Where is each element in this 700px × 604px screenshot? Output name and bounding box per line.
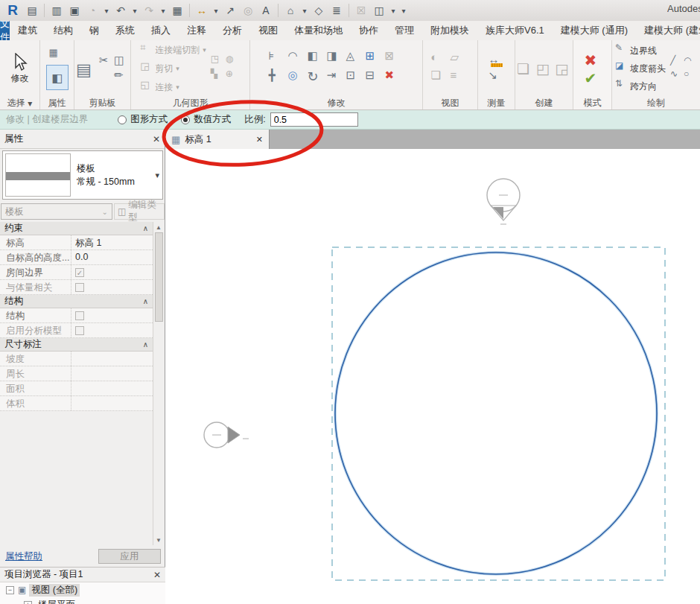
tree-item-floor-plans[interactable]: + 楼层平面: [0, 597, 165, 604]
scroll-up-icon[interactable]: ▲: [156, 222, 162, 232]
finish-sketch-button[interactable]: ✔: [585, 69, 601, 86]
apply-button[interactable]: 应用: [98, 549, 161, 564]
unjoin-icon[interactable]: ▚: [211, 69, 224, 82]
draw-spline-icon[interactable]: ∿: [670, 69, 684, 82]
array-icon[interactable]: ⊞: [366, 49, 382, 66]
cope-icon[interactable]: ◠: [288, 49, 305, 66]
properties-close-icon[interactable]: ✕: [153, 134, 160, 144]
elevation-marker-top[interactable]: [487, 179, 520, 224]
room-bounding-checkbox[interactable]: ✓: [75, 268, 84, 277]
radio-graphic-mode[interactable]: 图形方式: [118, 113, 168, 126]
create-group-icon[interactable]: ❏: [517, 60, 533, 77]
property-row[interactable]: 自标高的高度... 0.0: [0, 250, 153, 265]
measure-icon[interactable]: ↔: [194, 2, 210, 19]
span-direction-button[interactable]: ⇅ 跨方向: [615, 78, 666, 95]
pin-icon[interactable]: ⊡: [346, 69, 363, 85]
mirror-axis-icon[interactable]: ◨: [327, 49, 343, 66]
section-icon[interactable]: ◇: [311, 2, 327, 19]
collapse-box-icon[interactable]: −: [6, 586, 14, 594]
section-constraints[interactable]: 约束 ∧: [0, 222, 153, 235]
tab-addins[interactable]: 附加模块: [422, 21, 477, 40]
tab-massing-site[interactable]: 体量和场地: [286, 21, 351, 40]
tab-analyze[interactable]: 分析: [214, 21, 250, 40]
tab-insert[interactable]: 插入: [143, 21, 179, 40]
visibility-icon[interactable]: ◐: [431, 51, 448, 67]
redo-icon[interactable]: ↷: [141, 2, 157, 19]
split-icon[interactable]: ◬: [346, 49, 363, 66]
properties-scrollbar[interactable]: ▲ ▼: [153, 222, 164, 545]
create-assembly-icon[interactable]: ◲: [555, 60, 571, 77]
measure-between-refs-button[interactable]: ↔: [489, 53, 505, 67]
modify-tool-button[interactable]: 修改: [11, 53, 29, 85]
drawing-canvas[interactable]: [165, 149, 700, 604]
panel-select-label[interactable]: 选择 ▾: [0, 97, 39, 109]
property-row[interactable]: 与体量相关: [0, 280, 153, 295]
type-selector-dropdown-icon[interactable]: ▾: [155, 171, 159, 180]
join-geometry-button[interactable]: ◱ 连接 ▾: [140, 79, 206, 95]
copy-icon[interactable]: ◫: [114, 54, 129, 69]
edit-type-button[interactable]: ◫ 编辑类型: [114, 203, 165, 220]
undo-dropdown-icon[interactable]: ▾: [130, 2, 139, 19]
cut-icon[interactable]: ✂: [99, 54, 114, 69]
property-row[interactable]: 房间边界 ✓: [0, 265, 153, 280]
boundary-line-button[interactable]: ✎ 边界线: [615, 42, 666, 59]
property-row[interactable]: 周长: [0, 366, 153, 381]
tree-root-label[interactable]: 视图 (全部): [29, 584, 80, 597]
tab-modeling-master-arch[interactable]: 建模大师 (建筑): [636, 21, 700, 40]
type-selector[interactable]: 楼板 常规 - 150mm ▾: [2, 150, 163, 200]
cancel-sketch-button[interactable]: ✖: [585, 51, 601, 68]
create-similar-icon[interactable]: ◰: [536, 60, 553, 77]
cut-geometry-button[interactable]: ◲ 剪切 ▾: [140, 60, 206, 77]
property-row[interactable]: 结构: [0, 308, 153, 323]
mirror-pick-icon[interactable]: ◧: [308, 49, 324, 66]
measure-dropdown-icon[interactable]: ▾: [211, 2, 220, 19]
unpin-icon[interactable]: ⊠: [385, 49, 401, 66]
switch-windows-icon[interactable]: ◫: [371, 2, 387, 19]
copy-icon[interactable]: ◎: [288, 69, 305, 85]
tab-architecture[interactable]: 建筑: [10, 21, 45, 40]
close-hidden-windows-icon[interactable]: ☒: [353, 2, 369, 19]
properties-help-link[interactable]: 属性帮助: [5, 550, 42, 563]
enable-analytical-checkbox[interactable]: [75, 326, 84, 335]
property-row[interactable]: 体积: [0, 396, 153, 411]
draw-circle-icon[interactable]: ○: [684, 69, 697, 82]
draw-arc-icon[interactable]: ◠: [684, 55, 697, 69]
tag-icon[interactable]: ◎: [240, 2, 256, 19]
sync-icon[interactable]: ◔: [84, 2, 101, 19]
scrollbar-thumb[interactable]: [155, 232, 163, 322]
tab-family-master[interactable]: 族库大师V6.1: [477, 21, 553, 40]
switch-windows-dropdown-icon[interactable]: ▾: [389, 2, 398, 19]
properties-small-icon[interactable]: ▦: [49, 47, 66, 63]
structural-checkbox[interactable]: [75, 311, 84, 320]
property-row[interactable]: 标高 标高 1: [0, 235, 153, 250]
open-icon[interactable]: ▥: [48, 2, 65, 19]
section-structural[interactable]: 结构 ∧: [0, 295, 153, 308]
tab-view[interactable]: 视图: [250, 21, 286, 40]
aligned-dimension-icon[interactable]: ↗: [222, 2, 238, 19]
radio-numeric-mode[interactable]: 数值方式: [181, 113, 231, 126]
paint-icon[interactable]: ⊕: [226, 69, 239, 82]
view-tab-close-icon[interactable]: ✕: [256, 135, 263, 144]
paste-icon[interactable]: ▤: [76, 60, 96, 77]
override-graphics-icon[interactable]: ≡: [451, 69, 467, 85]
default-3d-view-icon[interactable]: ⌂: [282, 2, 299, 19]
print-icon[interactable]: ▦: [169, 2, 185, 19]
customize-qat-icon[interactable]: ▾: [399, 2, 408, 19]
element-filter-combo[interactable]: 楼板 ⌄: [1, 203, 112, 220]
tab-annotate[interactable]: 注释: [179, 21, 214, 40]
scroll-down-icon[interactable]: ▼: [156, 535, 162, 545]
save-icon[interactable]: ▣: [66, 2, 83, 19]
property-row[interactable]: 启用分析模型: [0, 323, 153, 338]
undo-icon[interactable]: ↶: [112, 2, 129, 19]
redo-dropdown-icon[interactable]: ▾: [159, 2, 168, 19]
filter-icon[interactable]: ▱: [451, 51, 467, 67]
scale-icon[interactable]: ⊟: [366, 69, 382, 85]
align-icon[interactable]: ⊧: [269, 49, 285, 66]
measure-along-element-icon[interactable]: ↘: [489, 69, 505, 85]
app-logo[interactable]: R: [3, 2, 22, 19]
draw-line-icon[interactable]: ╱: [670, 55, 684, 69]
tab-file[interactable]: 文件: [0, 21, 10, 40]
tab-modeling-master-general[interactable]: 建模大师 (通用): [553, 21, 636, 40]
project-browser-close-icon[interactable]: ✕: [153, 570, 161, 580]
thin-lines-icon[interactable]: ≣: [328, 2, 345, 19]
